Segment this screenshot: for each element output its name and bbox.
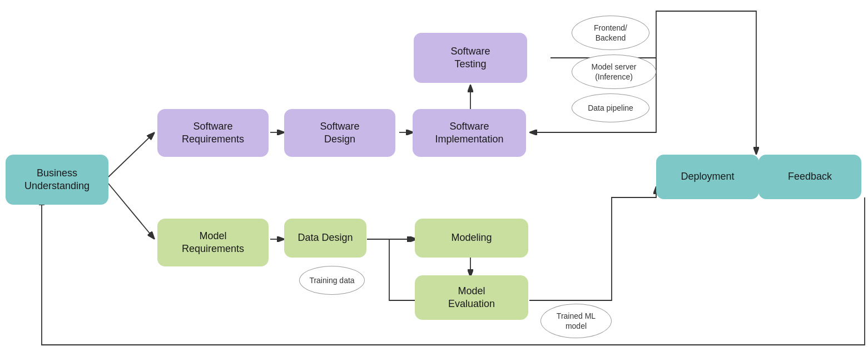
diagram: BusinessUnderstanding SoftwareRequiremen…: [0, 0, 868, 356]
software-requirements-node: SoftwareRequirements: [157, 109, 269, 157]
deployment-node: Deployment: [656, 155, 759, 199]
model-requirements-node: ModelRequirements: [157, 219, 269, 266]
data-pipeline-ellipse: Data pipeline: [572, 93, 649, 122]
software-design-node: SoftwareDesign: [284, 109, 395, 157]
training-data-ellipse: Training data: [299, 266, 365, 295]
software-testing-node: SoftwareTesting: [414, 33, 527, 83]
model-evaluation-node: ModelEvaluation: [415, 275, 528, 320]
model-server-ellipse: Model server(Inference): [572, 55, 656, 89]
svg-line-2: [108, 184, 155, 239]
data-design-node: Data Design: [284, 219, 366, 258]
trained-ml-model-ellipse: Trained MLmodel: [540, 304, 612, 338]
frontend-backend-ellipse: Frontend/Backend: [572, 16, 649, 50]
software-implementation-node: SoftwareImplementation: [413, 109, 526, 157]
svg-line-1: [108, 132, 155, 177]
modeling-node: Modeling: [415, 219, 528, 258]
business-understanding-node: BusinessUnderstanding: [6, 155, 108, 205]
feedback-node: Feedback: [758, 155, 861, 199]
